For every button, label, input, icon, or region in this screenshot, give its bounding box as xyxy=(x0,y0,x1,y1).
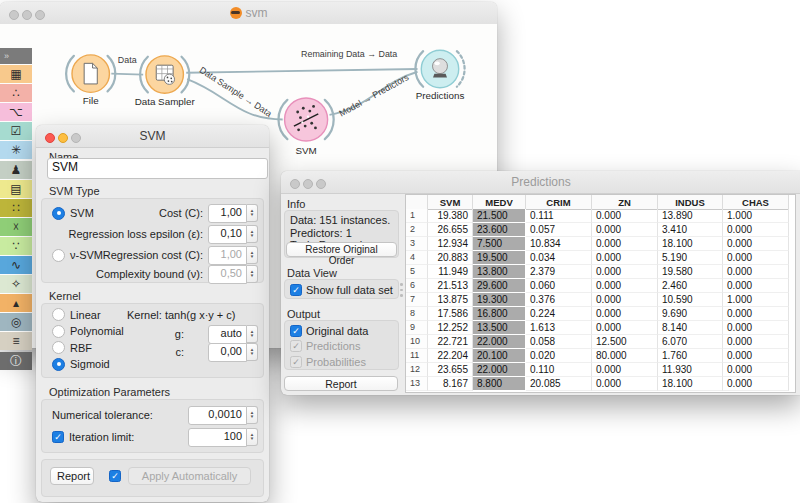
node-svm[interactable]: SVM xyxy=(285,98,328,156)
row-number[interactable]: 7 xyxy=(406,293,428,307)
toolbox-item-text[interactable]: ≡ xyxy=(0,332,32,350)
row-number[interactable]: 2 xyxy=(406,223,428,237)
restore-original-order-button[interactable]: Restore Original Order xyxy=(286,242,397,257)
toolbox-item-data-table[interactable]: ▦ xyxy=(0,65,32,83)
cell-medv[interactable]: 13.800 xyxy=(473,265,526,279)
kernel-radio-row-linear[interactable]: Linear xyxy=(52,307,101,322)
cell-svm[interactable]: 22.721 xyxy=(428,335,473,349)
tolerance-spinbox[interactable]: 0,0010 ▲▼ xyxy=(188,406,258,424)
cell-medv[interactable]: 22.000 xyxy=(473,335,526,349)
cell-zn[interactable]: 0.000 xyxy=(592,293,658,307)
row-number[interactable]: 12 xyxy=(406,363,428,377)
column-header-MEDV[interactable]: MEDV xyxy=(473,195,526,210)
cell-crim[interactable]: 0.060 xyxy=(526,279,592,293)
stepper[interactable]: ▲▼ xyxy=(247,325,258,343)
cell-indus[interactable]: 2.460 xyxy=(658,279,723,293)
kernel-radio-sigmoid[interactable] xyxy=(52,358,65,371)
cell-svm[interactable]: 13.875 xyxy=(428,293,473,307)
row-number[interactable]: 9 xyxy=(406,321,428,335)
row-number[interactable]: 10 xyxy=(406,335,428,349)
toolbox-item-person[interactable]: ♟ xyxy=(0,161,32,179)
svm-dialog-titlebar[interactable]: SVM xyxy=(36,125,269,148)
output-row-probabilities[interactable]: ✓Probabilities xyxy=(290,355,366,368)
predictions-titlebar[interactable]: Predictions xyxy=(281,171,800,194)
cell-medv[interactable]: 29.600 xyxy=(473,279,526,293)
output-row-original-data[interactable]: ✓Original data xyxy=(290,324,368,337)
row-number[interactable]: 1 xyxy=(406,209,428,223)
cell-svm[interactable]: 12.252 xyxy=(428,321,473,335)
cell-zn[interactable]: 80.000 xyxy=(592,349,658,363)
cell-medv[interactable]: 8.800 xyxy=(473,377,526,391)
cell-indus[interactable]: 8.140 xyxy=(658,321,723,335)
toolbox-item-image[interactable]: ▤ xyxy=(0,180,32,198)
kernel-radio-rbf[interactable] xyxy=(52,341,65,354)
row-number[interactable]: 8 xyxy=(406,307,428,321)
cell-indus[interactable]: 18.100 xyxy=(658,377,723,391)
toolbox-item-spiral[interactable]: ◎ xyxy=(0,313,32,331)
cell-zn[interactable]: 0.000 xyxy=(592,265,658,279)
cell-zn[interactable]: 0.000 xyxy=(592,363,658,377)
cell-crim[interactable]: 0.376 xyxy=(526,293,592,307)
cell-crim[interactable]: 20.085 xyxy=(526,377,592,391)
cell-chas[interactable]: 1.000 xyxy=(723,293,789,307)
row-number[interactable]: 13 xyxy=(406,377,428,391)
column-header-row-number[interactable] xyxy=(406,195,428,210)
learner-name-input[interactable]: SVM xyxy=(47,158,268,179)
toolbox-item-education[interactable]: ▴ xyxy=(0,294,32,312)
column-header-ZN[interactable]: ZN xyxy=(592,195,658,210)
cell-svm[interactable]: 23.655 xyxy=(428,363,473,377)
cell-medv[interactable]: 16.800 xyxy=(473,307,526,321)
cell-medv[interactable]: 13.500 xyxy=(473,321,526,335)
cell-indus[interactable]: 10.590 xyxy=(658,293,723,307)
kernel-radio-linear[interactable] xyxy=(52,308,65,321)
cell-crim[interactable]: 0.111 xyxy=(526,209,592,223)
stepper[interactable]: ▲▼ xyxy=(247,406,258,424)
cell-chas[interactable]: 0.000 xyxy=(723,223,789,237)
kernel-radio-row-sigmoid[interactable]: Sigmoid xyxy=(52,357,110,372)
cell-chas[interactable]: 0.000 xyxy=(723,377,789,391)
workflow-titlebar[interactable]: svm xyxy=(0,2,497,25)
toolbox-item-test-and-score[interactable]: ☑ xyxy=(0,122,32,140)
cell-svm[interactable]: 26.655 xyxy=(428,223,473,237)
cell-crim[interactable]: 2.379 xyxy=(526,265,592,279)
cell-svm[interactable]: 12.934 xyxy=(428,237,473,251)
column-header-CHAS[interactable]: CHAS xyxy=(723,195,789,210)
cell-svm[interactable]: 21.513 xyxy=(428,279,473,293)
toolbox-item-dots-sequence[interactable]: ∷ xyxy=(0,199,32,217)
svm-type-radio-nu-svm[interactable] xyxy=(52,249,65,262)
cell-zn[interactable]: 0.000 xyxy=(592,377,658,391)
cell-crim[interactable]: 10.834 xyxy=(526,237,592,251)
cell-svm[interactable]: 17.586 xyxy=(428,307,473,321)
cell-chas[interactable]: 0.000 xyxy=(723,321,789,335)
column-header-INDUS[interactable]: INDUS xyxy=(658,195,723,210)
cell-crim[interactable]: 0.224 xyxy=(526,307,592,321)
iteration-limit-checkbox[interactable]: ✓ xyxy=(52,431,64,443)
node-file[interactable]: File xyxy=(72,55,109,106)
cell-zn[interactable]: 0.000 xyxy=(592,279,658,293)
cell-crim[interactable]: 0.020 xyxy=(526,349,592,363)
report-button[interactable]: Report xyxy=(284,376,398,391)
apply-automatically-checkbox[interactable]: ✓ xyxy=(109,470,121,482)
stepper[interactable]: ▲▼ xyxy=(247,428,258,446)
toolbox-item-spark[interactable]: ✧ xyxy=(0,275,32,293)
cell-zn[interactable]: 0.000 xyxy=(592,321,658,335)
node-predictions[interactable]: Predictions xyxy=(416,50,465,101)
output-row-predictions[interactable]: ✓Predictions xyxy=(290,340,360,353)
cell-medv[interactable]: 19.500 xyxy=(473,251,526,265)
cell-medv[interactable]: 20.100 xyxy=(473,349,526,363)
cell-chas[interactable]: 0.000 xyxy=(723,335,789,349)
show-full-data-checkbox[interactable]: ✓ xyxy=(290,284,302,296)
cell-zn[interactable]: 0.000 xyxy=(592,223,658,237)
cell-indus[interactable]: 18.100 xyxy=(658,237,723,251)
toolbox-item-info[interactable]: ⓘ xyxy=(0,352,32,370)
row-number[interactable]: 11 xyxy=(406,349,428,363)
row-number[interactable]: 3 xyxy=(406,237,428,251)
cell-indus[interactable]: 1.760 xyxy=(658,349,723,363)
splitter-handle[interactable] xyxy=(400,283,403,297)
iteration-limit-spinbox[interactable]: 100 ▲▼ xyxy=(188,428,258,446)
cost-spinbox[interactable]: 1,00 ▲▼ xyxy=(208,204,258,222)
cell-indus[interactable]: 5.190 xyxy=(658,251,723,265)
cell-crim[interactable]: 0.057 xyxy=(526,223,592,237)
stepper[interactable]: ▲▼ xyxy=(247,225,258,243)
cell-medv[interactable]: 23.600 xyxy=(473,223,526,237)
